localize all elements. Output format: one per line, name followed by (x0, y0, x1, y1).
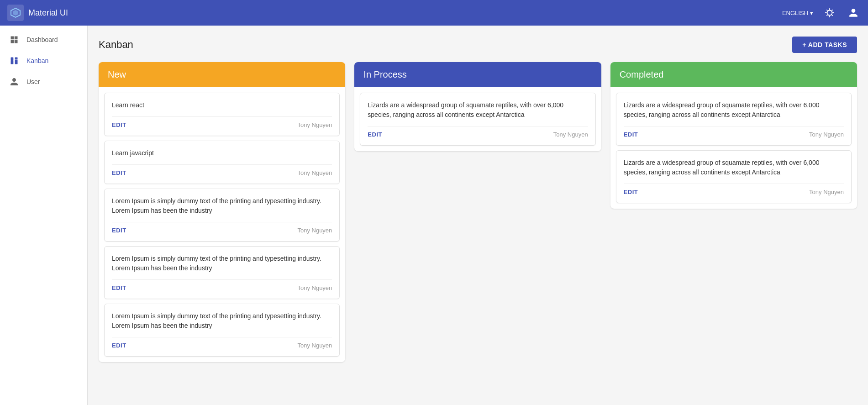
add-tasks-button[interactable]: + ADD TASKS (792, 37, 857, 53)
sidebar-label-kanban: Kanban (26, 57, 48, 64)
task-author: Tony Nguyen (297, 169, 332, 176)
task-footer: EDIT Tony Nguyen (112, 116, 332, 128)
sidebar-item-kanban[interactable]: Kanban (0, 50, 87, 71)
main-header: Kanban + ADD TASKS (99, 37, 857, 53)
language-label: ENGLISH (782, 10, 808, 16)
svg-marker-1 (13, 10, 18, 16)
task-footer: EDIT Tony Nguyen (368, 126, 588, 138)
task-author: Tony Nguyen (809, 189, 844, 195)
task-author: Tony Nguyen (809, 131, 844, 138)
task-card: Learn react EDIT Tony Nguyen (104, 93, 340, 136)
task-footer: EDIT Tony Nguyen (624, 126, 844, 138)
task-card: Lizards are a widespread group of squama… (616, 150, 852, 203)
column-body-inprocess: Lizards are a widespread group of squama… (354, 87, 601, 151)
sidebar-item-user[interactable]: User (0, 71, 87, 92)
edit-button[interactable]: EDIT (112, 227, 126, 234)
task-footer: EDIT Tony Nguyen (624, 184, 844, 195)
task-card: Lorem Ipsum is simply dummy text of the … (104, 189, 340, 242)
user-icon (9, 77, 19, 87)
task-card: Lorem Ipsum is simply dummy text of the … (104, 304, 340, 357)
column-header-new: New (99, 62, 345, 87)
logo-icon (9, 6, 22, 19)
brightness-icon (825, 8, 835, 18)
edit-button[interactable]: EDIT (624, 189, 638, 195)
column-body-completed: Lizards are a widespread group of squama… (610, 87, 857, 209)
page-title: Kanban (99, 39, 133, 51)
theme-toggle-button[interactable] (822, 5, 837, 20)
top-nav: Material UI ENGLISH ▾ (0, 0, 868, 26)
task-card: Lizards are a widespread group of squama… (616, 93, 852, 146)
sidebar-item-dashboard[interactable]: Dashboard (0, 29, 87, 50)
task-footer: EDIT Tony Nguyen (112, 279, 332, 291)
task-author: Tony Nguyen (297, 227, 332, 234)
task-author: Tony Nguyen (297, 284, 332, 291)
task-text: Lizards are a widespread group of squama… (368, 100, 588, 120)
kanban-board: New Learn react EDIT Tony Nguyen Learn j… (99, 62, 857, 362)
task-text: Lizards are a widespread group of squama… (624, 158, 844, 177)
task-text: Lizards are a widespread group of squama… (624, 100, 844, 120)
edit-button[interactable]: EDIT (624, 131, 638, 138)
task-author: Tony Nguyen (297, 342, 332, 349)
sidebar-label-user: User (26, 78, 40, 85)
task-card: Lizards are a widespread group of squama… (360, 93, 595, 146)
column-header-inprocess: In Process (354, 62, 601, 87)
task-footer: EDIT Tony Nguyen (112, 337, 332, 349)
edit-button[interactable]: EDIT (368, 131, 382, 138)
topnav-left: Material UI (7, 5, 68, 21)
task-footer: EDIT Tony Nguyen (112, 222, 332, 234)
account-button[interactable] (846, 5, 861, 20)
task-author: Tony Nguyen (297, 121, 332, 128)
column-title-inprocess: In Process (363, 69, 406, 79)
column-inprocess: In Process Lizards are a widespread grou… (354, 62, 601, 151)
task-card: Lorem Ipsum is simply dummy text of the … (104, 246, 340, 299)
app-title: Material UI (28, 8, 68, 18)
task-text: Lorem Ipsum is simply dummy text of the … (112, 254, 332, 273)
chevron-down-icon: ▾ (810, 10, 813, 16)
column-title-completed: Completed (620, 69, 664, 79)
account-icon (848, 8, 858, 18)
app-logo (7, 5, 24, 21)
task-text: Learn javacript (112, 148, 332, 158)
task-footer: EDIT Tony Nguyen (112, 164, 332, 176)
task-author: Tony Nguyen (553, 131, 588, 138)
sidebar: Dashboard Kanban User (0, 26, 88, 405)
topnav-right: ENGLISH ▾ (782, 5, 861, 20)
dashboard-icon (9, 35, 19, 45)
task-text: Learn react (112, 100, 332, 110)
column-header-completed: Completed (610, 62, 857, 87)
edit-button[interactable]: EDIT (112, 342, 126, 349)
column-body-new: Learn react EDIT Tony Nguyen Learn javac… (99, 87, 345, 362)
sidebar-label-dashboard: Dashboard (26, 36, 58, 43)
task-card: Learn javacript EDIT Tony Nguyen (104, 141, 340, 184)
main-content: Kanban + ADD TASKS New Learn react EDIT … (88, 26, 868, 405)
column-new: New Learn react EDIT Tony Nguyen Learn j… (99, 62, 345, 362)
edit-button[interactable]: EDIT (112, 284, 126, 291)
task-text: Lorem Ipsum is simply dummy text of the … (112, 196, 332, 216)
task-text: Lorem Ipsum is simply dummy text of the … (112, 311, 332, 331)
column-completed: Completed Lizards are a widespread group… (610, 62, 857, 209)
edit-button[interactable]: EDIT (112, 121, 126, 128)
layout: Dashboard Kanban User Kanban + ADD TASKS (0, 26, 868, 405)
column-title-new: New (108, 69, 126, 79)
edit-button[interactable]: EDIT (112, 169, 126, 176)
language-selector[interactable]: ENGLISH ▾ (782, 10, 813, 16)
kanban-icon (9, 56, 19, 66)
